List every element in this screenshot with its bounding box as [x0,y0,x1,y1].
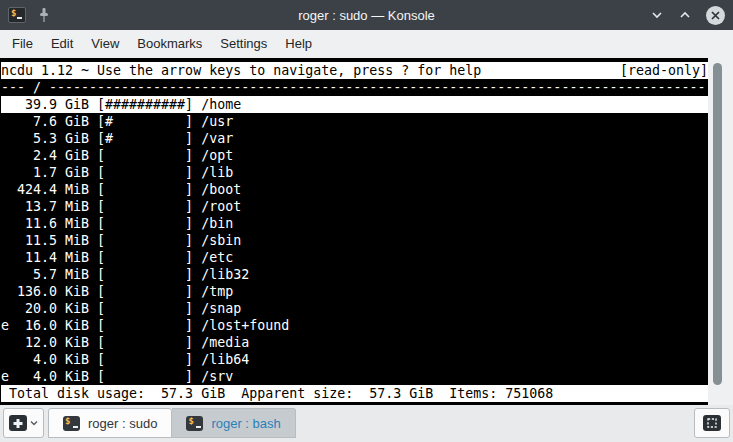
menu-view[interactable]: View [82,30,128,58]
chevron-up-icon [678,8,692,22]
ncdu-row: 1.7 GiB [ ] /lib [1,164,708,181]
konsole-window: roger : sudo — Konsole File Edit View [0,0,733,442]
terminal-tab-icon [63,416,80,431]
tab-bar: roger : sudo roger : bash [0,405,733,442]
chevron-down-icon [650,8,664,22]
ncdu-row: 424.4 MiB [ ] /boot [1,181,708,198]
chevron-down-icon [29,418,39,428]
ncdu-row: 5.7 MiB [ ] /lib32 [1,266,708,283]
ncdu-row: 39.9 GiB [##########] /home [1,96,708,113]
ncdu-row: 13.7 MiB [ ] /root [1,198,708,215]
ncdu-row: 12.0 KiB [ ] /media [1,334,708,351]
pin-icon [36,7,52,23]
terminal-tab-icon [186,416,203,431]
ncdu-row: 20.0 KiB [ ] /snap [1,300,708,317]
konsole-app-icon [8,7,26,23]
menu-file[interactable]: File [3,30,42,58]
ncdu-row: 4.0 KiB [ ] /lib64 [1,351,708,368]
close-icon [710,10,721,21]
ncdu-row: 2.4 GiB [ ] /opt [1,147,708,164]
ncdu-footer-bar: Total disk usage: 57.3 GiB Apparent size… [1,385,708,402]
terminal-screen[interactable]: ncdu 1.12 ~ Use the arrow keys to naviga… [0,58,708,405]
menu-bookmarks[interactable]: Bookmarks [128,30,211,58]
ncdu-header-text: ncdu 1.12 ~ Use the arrow keys to naviga… [1,62,481,79]
scrollbar-thumb[interactable] [713,63,722,385]
tab-label: roger : sudo [88,416,157,431]
titlebar[interactable]: roger : sudo — Konsole [0,0,733,30]
ncdu-row: 11.4 MiB [ ] /etc [1,249,708,266]
ncdu-row: 11.6 MiB [ ] /bin [1,215,708,232]
menu-settings[interactable]: Settings [211,30,276,58]
minimize-button[interactable] [650,8,664,22]
detach-tab-icon [703,415,721,431]
ncdu-readonly-badge: [read-only] [620,62,708,79]
ncdu-row: 5.3 GiB [# ] /var [1,130,708,147]
ncdu-row: 11.5 MiB [ ] /sbin [1,232,708,249]
ncdu-row: e 16.0 KiB [ ] /lost+found [1,317,708,334]
ncdu-row: 7.6 GiB [# ] /usr [1,113,708,130]
menu-help[interactable]: Help [276,30,321,58]
new-tab-button[interactable] [3,408,44,438]
maximize-button[interactable] [678,8,692,22]
tab-roger-sudo[interactable]: roger : sudo [48,408,172,438]
ncdu-header-bar: ncdu 1.12 ~ Use the arrow keys to naviga… [1,62,708,79]
ncdu-row: 136.0 KiB [ ] /tmp [1,283,708,300]
tab-label: roger : bash [211,416,280,431]
ncdu-row: e 4.0 KiB [ ] /srv [1,368,708,385]
window-title: roger : sudo — Konsole [118,8,615,23]
tab-roger-bash[interactable]: roger : bash [172,408,295,438]
ncdu-path-line: --- / ----------------------------------… [1,79,708,96]
terminal-area: ncdu 1.12 ~ Use the arrow keys to naviga… [0,58,733,405]
close-button[interactable] [706,6,725,25]
detach-tab-button[interactable] [694,408,730,438]
new-tab-icon [9,415,27,431]
menu-edit[interactable]: Edit [42,30,82,58]
menubar: File Edit View Bookmarks Settings Help [0,30,733,58]
scrollbar-track[interactable] [708,58,733,405]
